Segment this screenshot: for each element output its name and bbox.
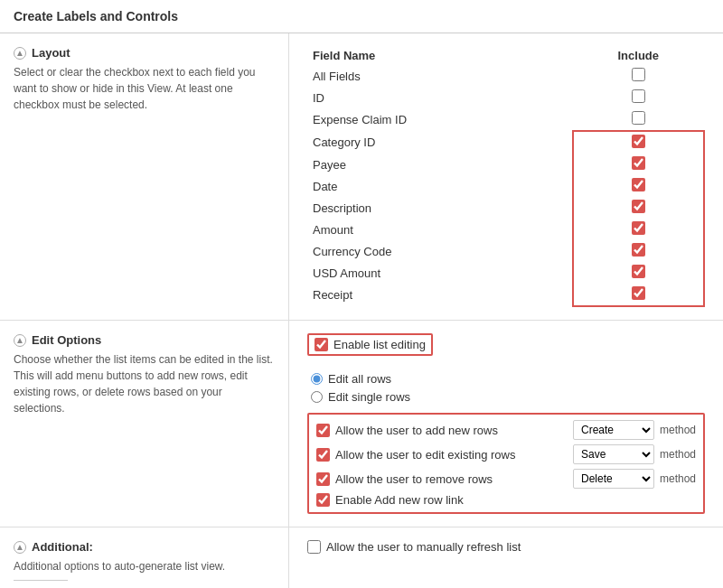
- manual-refresh-checkbox[interactable]: [307, 540, 321, 554]
- field-name-cell: Currency Code: [307, 240, 573, 262]
- edit-rows-method-select[interactable]: SaveCreateDelete: [573, 444, 654, 464]
- field-include-checkbox[interactable]: [632, 135, 645, 148]
- add-row-link-checkbox[interactable]: [316, 493, 330, 507]
- layout-section-title: ▲ Layout: [14, 46, 275, 60]
- table-row: Expense Claim ID: [307, 108, 704, 131]
- field-include-cell: [573, 197, 704, 219]
- layout-section: ▲ Layout Select or clear the checkbox ne…: [0, 33, 723, 321]
- field-include-checkbox[interactable]: [632, 89, 645, 103]
- field-include-cell: [573, 108, 704, 131]
- layout-chevron-icon[interactable]: ▲: [14, 47, 26, 60]
- field-name-cell: USD Amount: [307, 262, 573, 284]
- edit-options-right: Enable list editing Edit all rows Edit s…: [289, 321, 723, 527]
- add-rows-row: Allow the user to add new rows CreateSav…: [316, 420, 696, 440]
- add-rows-method-label: method: [660, 424, 696, 436]
- table-row: USD Amount: [307, 262, 704, 284]
- additional-section: ▲ Additional: Additional options to auto…: [0, 527, 723, 588]
- field-include-checkbox[interactable]: [632, 178, 645, 191]
- remove-rows-method-label: method: [660, 472, 696, 485]
- fields-table: Field Name Include All FieldsIDExpense C…: [307, 46, 705, 307]
- additional-section-left: ▲ Additional: Additional options to auto…: [0, 527, 289, 588]
- edit-rows-label: Allow the user to edit existing rows: [335, 448, 568, 462]
- field-name-cell: Category ID: [307, 131, 573, 154]
- layout-section-desc: Select or clear the checkbox next to eac…: [14, 64, 275, 113]
- edit-options-chevron-icon[interactable]: ▲: [14, 334, 26, 347]
- field-name-cell: Receipt: [307, 284, 573, 306]
- remove-rows-method-select[interactable]: DeleteCreateSave: [573, 469, 654, 489]
- additional-chevron-icon[interactable]: ▲: [14, 541, 26, 554]
- additional-desc-1: Additional options to auto-generate list…: [14, 558, 275, 574]
- field-include-checkbox[interactable]: [632, 265, 645, 278]
- edit-single-rows-radio[interactable]: [311, 391, 323, 403]
- manual-refresh-label: Allow the user to manually refresh list: [326, 540, 521, 554]
- edit-options-section: ▲ Edit Options Choose whether the list i…: [0, 321, 723, 527]
- edit-single-rows-label[interactable]: Edit single rows: [328, 390, 410, 404]
- edit-all-rows-radio[interactable]: [311, 373, 323, 385]
- field-name-header: Field Name: [307, 46, 573, 65]
- additional-title: ▲ Additional:: [14, 540, 275, 554]
- table-row: Currency Code: [307, 240, 704, 262]
- remove-rows-row: Allow the user to remove rows DeleteCrea…: [316, 469, 696, 489]
- add-row-link-row: Enable Add new row link: [316, 493, 696, 507]
- field-name-cell: Amount: [307, 219, 573, 240]
- field-include-cell: [573, 240, 704, 262]
- field-include-checkbox[interactable]: [632, 68, 645, 81]
- enable-editing-label[interactable]: Enable list editing: [307, 333, 433, 356]
- field-name-cell: Expense Claim ID: [307, 108, 573, 131]
- edit-rows-checkbox[interactable]: [316, 448, 330, 462]
- add-rows-method-select[interactable]: CreateSaveDelete: [573, 420, 654, 440]
- field-include-cell: [573, 175, 704, 197]
- edit-options-title: ▲ Edit Options: [14, 333, 275, 347]
- add-row-link-label: Enable Add new row link: [335, 493, 696, 507]
- additional-section-right: Allow the user to manually refresh list: [289, 527, 723, 588]
- field-include-cell: [573, 65, 704, 87]
- table-row: Receipt: [307, 284, 704, 306]
- add-rows-checkbox[interactable]: [316, 424, 330, 437]
- page-title: Create Labels and Controls: [0, 0, 723, 33]
- enable-editing-checkbox[interactable]: [315, 338, 328, 351]
- field-include-checkbox[interactable]: [632, 156, 645, 170]
- field-name-cell: Payee: [307, 154, 573, 175]
- table-row: ID: [307, 87, 704, 108]
- table-row: Category ID: [307, 131, 704, 154]
- field-name-cell: ID: [307, 87, 573, 108]
- edit-single-rows-row: Edit single rows: [307, 390, 705, 404]
- field-include-cell: [573, 284, 704, 306]
- table-row: Amount: [307, 219, 704, 240]
- enable-editing-text: Enable list editing: [333, 338, 426, 351]
- field-include-checkbox[interactable]: [632, 243, 645, 257]
- remove-rows-checkbox[interactable]: [316, 472, 330, 486]
- remove-rows-label: Allow the user to remove rows: [335, 472, 568, 486]
- edit-rows-method-label: method: [660, 448, 696, 461]
- edit-all-rows-row: Edit all rows: [307, 372, 705, 386]
- table-row: All Fields: [307, 65, 704, 87]
- table-row: Payee: [307, 154, 704, 175]
- table-row: Description: [307, 197, 704, 219]
- field-name-cell: Description: [307, 197, 573, 219]
- edit-all-rows-label[interactable]: Edit all rows: [328, 372, 391, 386]
- additional-divider: [14, 580, 68, 581]
- edit-rows-row: Allow the user to edit existing rows Sav…: [316, 444, 696, 464]
- field-include-checkbox[interactable]: [632, 111, 645, 125]
- field-name-cell: All Fields: [307, 65, 573, 87]
- manual-refresh-row: Allow the user to manually refresh list: [307, 540, 705, 554]
- field-include-cell: [573, 131, 704, 154]
- field-include-cell: [573, 154, 704, 175]
- include-header: Include: [573, 46, 704, 65]
- field-include-cell: [573, 87, 704, 108]
- field-include-checkbox[interactable]: [632, 286, 645, 300]
- field-include-cell: [573, 262, 704, 284]
- table-row: Date: [307, 175, 704, 197]
- layout-section-right: Field Name Include All FieldsIDExpense C…: [289, 33, 723, 320]
- sub-options-group: Allow the user to add new rows CreateSav…: [307, 413, 705, 514]
- edit-options-desc: Choose whether the list items can be edi…: [14, 351, 275, 416]
- field-include-checkbox[interactable]: [632, 200, 645, 213]
- add-rows-label: Allow the user to add new rows: [335, 424, 568, 437]
- field-include-cell: [573, 219, 704, 240]
- field-include-checkbox[interactable]: [632, 221, 645, 235]
- field-name-cell: Date: [307, 175, 573, 197]
- edit-options-section-left: ▲ Edit Options Choose whether the list i…: [0, 321, 289, 527]
- layout-section-left: ▲ Layout Select or clear the checkbox ne…: [0, 33, 289, 320]
